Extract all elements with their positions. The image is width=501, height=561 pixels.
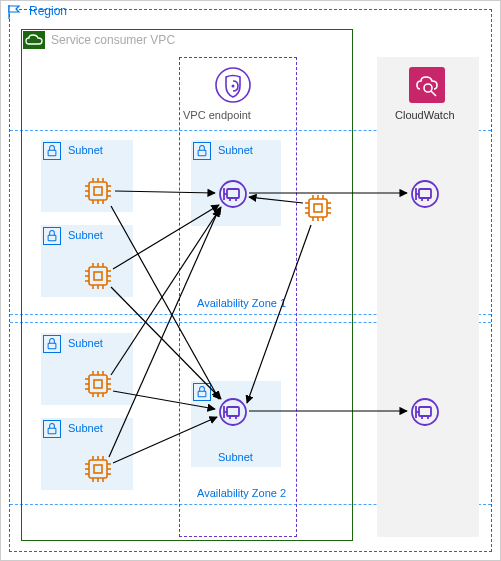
subnet-label: Subnet <box>218 144 253 156</box>
svg-rect-68 <box>314 204 322 212</box>
network-interface-icon <box>410 179 440 209</box>
lock-icon <box>43 142 61 160</box>
subnet-label: Subnet <box>68 422 103 434</box>
lock-icon <box>193 142 211 160</box>
compute-chip-icon <box>303 193 333 223</box>
compute-chip-icon <box>83 261 113 291</box>
network-interface-icon <box>410 397 440 427</box>
svg-rect-54 <box>94 465 102 473</box>
network-interface-icon <box>218 397 248 427</box>
flag-icon <box>5 3 23 21</box>
compute-chip-icon <box>83 454 113 484</box>
svg-rect-5 <box>48 150 56 155</box>
svg-rect-100 <box>419 407 431 416</box>
svg-rect-26 <box>94 272 102 280</box>
svg-rect-10 <box>198 391 206 396</box>
lock-icon <box>43 227 61 245</box>
svg-rect-12 <box>94 187 102 195</box>
svg-rect-39 <box>89 375 107 393</box>
vpc-endpoint-label: VPC endpoint <box>183 109 251 121</box>
svg-rect-82 <box>227 189 239 198</box>
subnet-label: Subnet <box>218 451 253 463</box>
diagram-canvas: CloudWatch Region Service consumer VPC V… <box>0 0 501 561</box>
availability-zone-2-label: Availability Zone 2 <box>197 487 286 499</box>
svg-rect-67 <box>309 199 327 217</box>
vpc-label: Service consumer VPC <box>51 33 175 47</box>
vpc-endpoint-icon <box>215 67 251 103</box>
svg-rect-8 <box>48 343 56 348</box>
svg-rect-94 <box>419 189 431 198</box>
region-label: Region <box>29 4 67 18</box>
svg-rect-25 <box>89 267 107 285</box>
svg-rect-6 <box>48 235 56 240</box>
lock-icon <box>193 383 211 401</box>
svg-rect-9 <box>48 428 56 433</box>
compute-chip-icon <box>83 176 113 206</box>
lock-icon <box>43 420 61 438</box>
network-interface-icon <box>218 179 248 209</box>
svg-rect-7 <box>198 150 206 155</box>
subnet-label: Subnet <box>68 144 103 156</box>
svg-point-4 <box>232 85 235 88</box>
subnet-label: Subnet <box>68 229 103 241</box>
svg-rect-40 <box>94 380 102 388</box>
subnet-label: Subnet <box>68 337 103 349</box>
svg-rect-11 <box>89 182 107 200</box>
lock-icon <box>43 335 61 353</box>
svg-rect-53 <box>89 460 107 478</box>
cloud-icon <box>23 31 45 49</box>
availability-zone-1-label: Availability Zone 1 <box>197 297 286 309</box>
compute-chip-icon <box>83 369 113 399</box>
svg-rect-88 <box>227 407 239 416</box>
